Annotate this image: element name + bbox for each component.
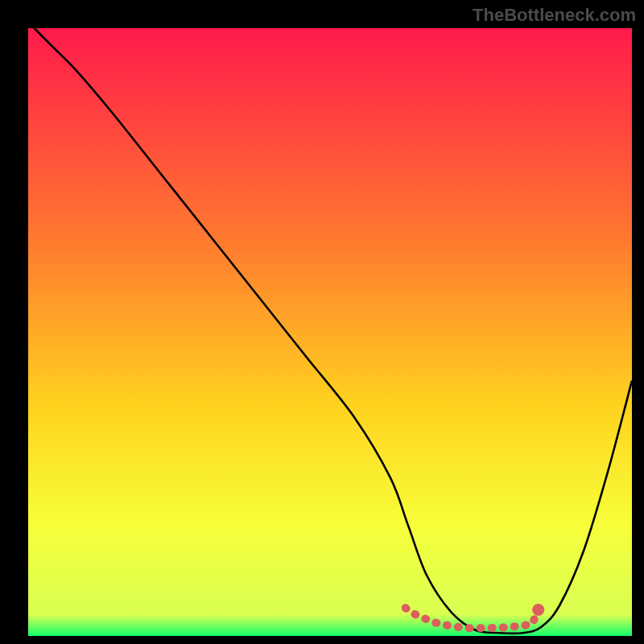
accent-dot (532, 604, 544, 616)
watermark-text: TheBottleneck.com (473, 5, 636, 26)
chart-canvas (0, 0, 644, 644)
